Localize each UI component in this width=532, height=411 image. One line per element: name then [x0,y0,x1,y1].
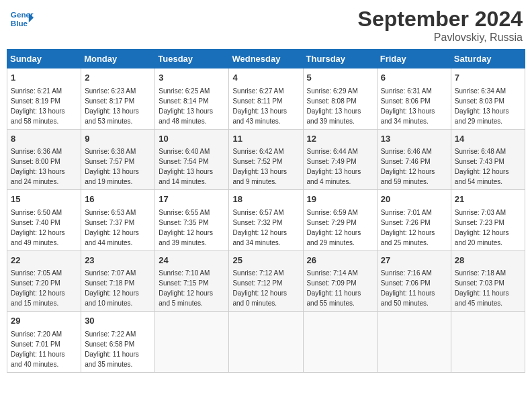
day-number: 24 [159,254,225,267]
day-info: Sunrise: 6:34 AMSunset: 8:03 PMDaylight:… [455,86,521,126]
calendar-cell: 28Sunrise: 7:18 AMSunset: 7:03 PMDayligh… [451,250,525,312]
weekday-header-sunday: Sunday [7,50,81,68]
calendar-cell: 30Sunrise: 7:22 AMSunset: 6:58 PMDayligh… [81,312,155,373]
day-info: Sunrise: 6:44 AMSunset: 7:49 PMDaylight:… [307,146,373,187]
weekday-header-row: SundayMondayTuesdayWednesdayThursdayFrid… [7,50,525,68]
calendar-cell: 15Sunrise: 6:50 AMSunset: 7:40 PMDayligh… [7,190,81,251]
calendar-cell: 26Sunrise: 7:14 AMSunset: 7:09 PMDayligh… [303,250,377,312]
calendar-cell [377,312,451,373]
day-info: Sunrise: 6:48 AMSunset: 7:43 PMDaylight:… [455,146,521,187]
day-number: 28 [455,254,521,267]
day-info: Sunrise: 6:36 AMSunset: 8:00 PMDaylight:… [11,146,77,187]
day-number: 12 [307,132,373,146]
calendar-cell: 23Sunrise: 7:07 AMSunset: 7:18 PMDayligh… [81,250,155,312]
day-number: 3 [159,71,225,85]
day-info: Sunrise: 6:59 AMSunset: 7:29 PMDaylight:… [307,208,373,248]
day-info: Sunrise: 6:29 AMSunset: 8:08 PMDaylight:… [307,86,373,126]
calendar-cell [229,312,303,373]
day-number: 9 [85,132,151,146]
day-number: 2 [85,71,151,85]
day-number: 26 [307,254,373,267]
day-info: Sunrise: 7:05 AMSunset: 7:20 PMDaylight:… [11,268,77,308]
month-title: September 2024 [358,7,523,32]
calendar-cell: 8Sunrise: 6:36 AMSunset: 8:00 PMDaylight… [7,129,81,190]
calendar-cell: 4Sunrise: 6:27 AMSunset: 8:11 PMDaylight… [229,68,303,130]
day-number: 20 [381,193,447,206]
calendar-cell: 6Sunrise: 6:31 AMSunset: 8:06 PMDaylight… [377,68,451,130]
day-number: 27 [381,254,447,267]
calendar-week-row: 22Sunrise: 7:05 AMSunset: 7:20 PMDayligh… [7,250,525,312]
day-info: Sunrise: 6:50 AMSunset: 7:40 PMDaylight:… [11,208,77,248]
day-info: Sunrise: 7:01 AMSunset: 7:26 PMDaylight:… [381,208,447,248]
day-number: 22 [11,254,77,267]
day-info: Sunrise: 6:53 AMSunset: 7:37 PMDaylight:… [85,208,151,248]
calendar-week-row: 1Sunrise: 6:21 AMSunset: 8:19 PMDaylight… [7,68,525,130]
calendar-cell: 24Sunrise: 7:10 AMSunset: 7:15 PMDayligh… [155,250,229,312]
logo-icon: General Blue [9,7,34,31]
day-info: Sunrise: 6:27 AMSunset: 8:11 PMDaylight:… [232,86,299,126]
calendar-week-row: 29Sunrise: 7:20 AMSunset: 7:01 PMDayligh… [7,312,525,373]
calendar-cell: 9Sunrise: 6:38 AMSunset: 7:57 PMDaylight… [81,129,155,190]
day-info: Sunrise: 7:18 AMSunset: 7:03 PMDaylight:… [455,268,521,308]
day-info: Sunrise: 6:31 AMSunset: 8:06 PMDaylight:… [381,86,447,126]
page-header: General Blue September 2024 Pavlovskiy, … [7,7,525,44]
day-number: 1 [11,71,77,85]
weekday-header-thursday: Thursday [303,50,377,68]
calendar-cell: 20Sunrise: 7:01 AMSunset: 7:26 PMDayligh… [377,190,451,251]
day-number: 17 [159,193,225,206]
calendar-cell: 11Sunrise: 6:42 AMSunset: 7:52 PMDayligh… [229,129,303,190]
day-info: Sunrise: 6:38 AMSunset: 7:57 PMDaylight:… [85,146,151,187]
calendar-cell: 18Sunrise: 6:57 AMSunset: 7:32 PMDayligh… [229,190,303,251]
day-number: 5 [307,71,373,85]
calendar-cell: 21Sunrise: 7:03 AMSunset: 7:23 PMDayligh… [451,190,525,251]
calendar-cell: 12Sunrise: 6:44 AMSunset: 7:49 PMDayligh… [303,129,377,190]
calendar-cell: 10Sunrise: 6:40 AMSunset: 7:54 PMDayligh… [155,129,229,190]
day-number: 13 [381,132,447,146]
day-number: 25 [232,254,299,267]
day-info: Sunrise: 6:42 AMSunset: 7:52 PMDaylight:… [232,146,299,187]
day-info: Sunrise: 6:57 AMSunset: 7:32 PMDaylight:… [232,208,299,248]
calendar-cell: 16Sunrise: 6:53 AMSunset: 7:37 PMDayligh… [81,190,155,251]
day-number: 11 [232,132,299,146]
day-info: Sunrise: 6:25 AMSunset: 8:14 PMDaylight:… [159,86,225,126]
svg-text:Blue: Blue [11,19,28,28]
calendar-cell [451,312,525,373]
calendar-cell: 25Sunrise: 7:12 AMSunset: 7:12 PMDayligh… [229,250,303,312]
weekday-header-saturday: Saturday [451,50,525,68]
day-info: Sunrise: 7:16 AMSunset: 7:06 PMDaylight:… [381,268,447,308]
day-info: Sunrise: 6:21 AMSunset: 8:19 PMDaylight:… [11,86,77,126]
calendar-cell: 13Sunrise: 6:46 AMSunset: 7:46 PMDayligh… [377,129,451,190]
day-info: Sunrise: 7:07 AMSunset: 7:18 PMDaylight:… [85,268,151,308]
day-number: 21 [455,193,521,206]
day-number: 7 [455,71,521,85]
day-number: 4 [232,71,299,85]
day-info: Sunrise: 6:55 AMSunset: 7:35 PMDaylight:… [159,208,225,248]
day-number: 8 [11,132,77,146]
calendar-cell: 19Sunrise: 6:59 AMSunset: 7:29 PMDayligh… [303,190,377,251]
calendar-cell: 17Sunrise: 6:55 AMSunset: 7:35 PMDayligh… [155,190,229,251]
weekday-header-tuesday: Tuesday [155,50,229,68]
title-block: September 2024 Pavlovskiy, Russia [358,7,523,44]
day-number: 30 [85,314,151,328]
calendar-cell: 3Sunrise: 6:25 AMSunset: 8:14 PMDaylight… [155,68,229,130]
day-number: 15 [11,193,77,206]
day-number: 19 [307,193,373,206]
calendar-cell: 5Sunrise: 6:29 AMSunset: 8:08 PMDaylight… [303,68,377,130]
location-subtitle: Pavlovskiy, Russia [358,32,523,44]
logo: General Blue [9,7,34,31]
calendar-cell: 29Sunrise: 7:20 AMSunset: 7:01 PMDayligh… [7,312,81,373]
calendar-cell: 27Sunrise: 7:16 AMSunset: 7:06 PMDayligh… [377,250,451,312]
day-info: Sunrise: 7:10 AMSunset: 7:15 PMDaylight:… [159,268,225,308]
calendar-cell: 14Sunrise: 6:48 AMSunset: 7:43 PMDayligh… [451,129,525,190]
day-number: 10 [159,132,225,146]
weekday-header-friday: Friday [377,50,451,68]
day-info: Sunrise: 7:22 AMSunset: 6:58 PMDaylight:… [85,329,151,369]
weekday-header-wednesday: Wednesday [229,50,303,68]
calendar-cell: 22Sunrise: 7:05 AMSunset: 7:20 PMDayligh… [7,250,81,312]
day-info: Sunrise: 7:14 AMSunset: 7:09 PMDaylight:… [307,268,373,308]
day-info: Sunrise: 6:46 AMSunset: 7:46 PMDaylight:… [381,146,447,187]
calendar-cell [303,312,377,373]
day-number: 18 [232,193,299,206]
calendar-cell [155,312,229,373]
calendar-table: SundayMondayTuesdayWednesdayThursdayFrid… [7,49,525,373]
